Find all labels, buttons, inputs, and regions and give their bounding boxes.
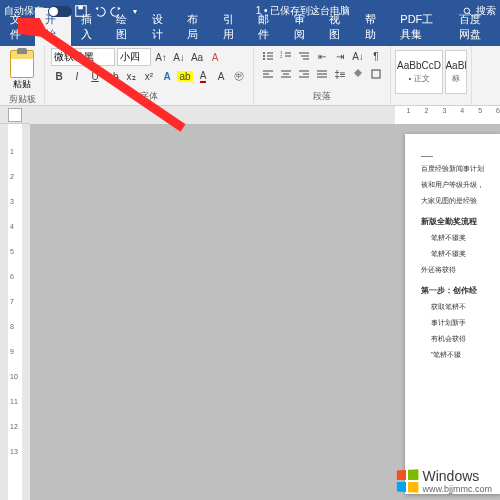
font-size-select[interactable] — [117, 48, 151, 66]
ruler-tick: 7 — [10, 298, 18, 305]
underline-button[interactable]: U — [87, 68, 103, 84]
ruler-tick: 9 — [10, 348, 18, 355]
enclose-char-button[interactable]: ㊥ — [231, 68, 247, 84]
style-normal[interactable]: AaBbCcD • 正文 — [395, 50, 443, 94]
watermark-site: www.bjjmmc.com — [422, 484, 492, 494]
svg-point-4 — [263, 52, 265, 54]
ruler-tick: 2 — [10, 173, 18, 180]
clear-format-icon[interactable]: A — [207, 49, 223, 65]
style-preview: AaBl — [445, 60, 466, 71]
ruler-tick: 13 — [10, 448, 18, 455]
tab-draw[interactable]: 绘图 — [106, 8, 141, 46]
watermark-brand: Windows — [422, 468, 492, 484]
ruler-tick: 4 — [460, 107, 464, 114]
tab-mailings[interactable]: 邮件 — [248, 8, 283, 46]
tab-layout[interactable]: 布局 — [177, 8, 212, 46]
shrink-font-icon[interactable]: A↓ — [171, 49, 187, 65]
justify-button[interactable] — [314, 66, 330, 82]
phonetic-guide-button[interactable]: A — [213, 68, 229, 84]
ruler-tick: 1 — [407, 107, 411, 114]
styles-group: AaBbCcD • 正文 AaBl 标 — [391, 46, 472, 105]
grow-font-icon[interactable]: A↑ — [153, 49, 169, 65]
line-spacing-button[interactable]: ‡≡ — [332, 66, 348, 82]
ruler-tick: 5 — [478, 107, 482, 114]
tab-help[interactable]: 帮助 — [355, 8, 390, 46]
ruler-tick: 2 — [424, 107, 428, 114]
ruler-tick: 3 — [442, 107, 446, 114]
paste-label: 粘贴 — [13, 78, 31, 91]
clipboard-group-label: 剪贴板 — [6, 93, 38, 106]
doc-text: 被和用户等级升级， — [421, 180, 494, 190]
paragraph-group: 12 ⇤ ⇥ A↓ ¶ ‡≡ 段落 — [254, 46, 391, 105]
doc-heading: 新版全勤奖流程 — [421, 216, 494, 227]
italic-button[interactable]: I — [69, 68, 85, 84]
doc-text: 有机会获得 — [431, 334, 494, 344]
font-name-select[interactable] — [51, 48, 115, 66]
doc-text: 事计划新手 — [431, 318, 494, 328]
windows-logo-icon — [397, 469, 419, 492]
doc-heading: 第一步：创作经 — [421, 285, 494, 296]
style-preview: AaBbCcD — [397, 60, 441, 71]
ruler-tick: 12 — [10, 423, 18, 430]
align-left-button[interactable] — [260, 66, 276, 82]
style-name: • 正文 — [408, 73, 429, 84]
show-marks-button[interactable]: ¶ — [368, 48, 384, 64]
tab-baidu-netdisk[interactable]: 百度网盘 — [449, 8, 500, 46]
increase-indent-button[interactable]: ⇥ — [332, 48, 348, 64]
tab-review[interactable]: 审阅 — [284, 8, 319, 46]
ruler-tick: 4 — [10, 223, 18, 230]
align-right-button[interactable] — [296, 66, 312, 82]
paragraph-group-label: 段落 — [260, 90, 384, 103]
clipboard-icon — [10, 50, 34, 78]
decrease-indent-button[interactable]: ⇤ — [314, 48, 330, 64]
align-center-button[interactable] — [278, 66, 294, 82]
paste-button[interactable]: 粘贴 — [6, 48, 38, 93]
change-case-icon[interactable]: Aa — [189, 49, 205, 65]
ruler-tick: 3 — [10, 198, 18, 205]
multilevel-list-button[interactable] — [296, 48, 312, 64]
document-canvas[interactable]: 百度经验新闻事计划 被和用户等级升级， 大家见图的是经验 新版全勤奖流程 笔耕不… — [30, 124, 500, 500]
tab-design[interactable]: 设计 — [142, 8, 177, 46]
ruler-tick: 1 — [10, 148, 18, 155]
doc-text: 笔耕不辍奖 — [431, 249, 494, 259]
horizontal-ruler[interactable]: 1 2 3 4 5 6 — [0, 106, 500, 124]
doc-text: 获取笔耕不 — [431, 302, 494, 312]
svg-rect-29 — [372, 70, 380, 78]
sort-button[interactable]: A↓ — [350, 48, 366, 64]
watermark: Windows www.bjjmmc.com — [392, 466, 496, 496]
tab-insert[interactable]: 插入 — [71, 8, 106, 46]
bullets-button[interactable] — [260, 48, 276, 64]
highlight-button[interactable]: ab — [177, 68, 193, 84]
doc-text: 外还将获得 — [421, 265, 494, 275]
style-name: 标 — [452, 73, 460, 84]
ruler-tick: 5 — [10, 248, 18, 255]
ruler-tick: 8 — [10, 323, 18, 330]
bold-button[interactable]: B — [51, 68, 67, 84]
tab-references[interactable]: 引用 — [213, 8, 248, 46]
font-color-button[interactable]: A — [195, 68, 211, 84]
superscript-button[interactable]: x² — [141, 68, 157, 84]
ruler-tick: 6 — [496, 107, 500, 114]
svg-point-8 — [263, 58, 265, 60]
doc-text: 笔耕不辍奖 — [431, 233, 494, 243]
ruler-tick: 6 — [10, 273, 18, 280]
tab-file[interactable]: 文件 — [0, 8, 35, 46]
doc-text: "笔耕不辍 — [431, 350, 494, 360]
shading-button[interactable] — [350, 66, 366, 82]
borders-button[interactable] — [368, 66, 384, 82]
text-effects-button[interactable]: A — [159, 68, 175, 84]
tab-view[interactable]: 视图 — [319, 8, 354, 46]
tab-selector-icon[interactable] — [8, 108, 22, 122]
tab-pdf-tools[interactable]: PDF工具集 — [390, 8, 449, 46]
doc-text: 百度经验新闻事计划 — [421, 164, 494, 174]
clipboard-group: 粘贴 剪贴板 — [0, 46, 45, 105]
style-heading[interactable]: AaBl 标 — [445, 50, 467, 94]
strikethrough-button[interactable]: ab — [105, 68, 121, 84]
doc-text: 大家见图的是经验 — [421, 196, 494, 206]
document-page[interactable]: 百度经验新闻事计划 被和用户等级升级， 大家见图的是经验 新版全勤奖流程 笔耕不… — [405, 134, 500, 494]
toggle-switch-icon[interactable] — [48, 6, 72, 17]
vertical-ruler[interactable]: 1 2 3 4 5 6 7 8 9 10 11 12 13 — [0, 124, 30, 500]
svg-point-6 — [263, 55, 265, 57]
subscript-button[interactable]: x₂ — [123, 68, 139, 84]
numbering-button[interactable]: 12 — [278, 48, 294, 64]
